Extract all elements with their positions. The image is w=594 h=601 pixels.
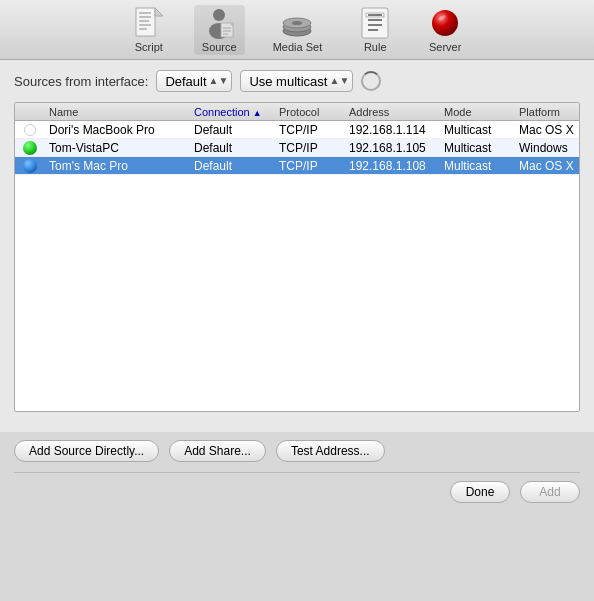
row1-connection: Default [190, 123, 275, 137]
source-icon [203, 7, 235, 39]
sort-arrow-connection: ▲ [253, 108, 262, 118]
row1-name: Dori's MacBook Pro [45, 123, 190, 137]
row1-status-dot [24, 124, 36, 136]
server-label: Server [429, 41, 461, 53]
col-header-platform[interactable]: Platform [515, 106, 580, 118]
row3-address: 192.168.1.108 [345, 159, 440, 173]
col-header-connection[interactable]: Connection ▲ [190, 106, 275, 118]
row3-status [15, 159, 45, 173]
row1-protocol: TCP/IP [275, 123, 345, 137]
test-address-button[interactable]: Test Address... [276, 440, 385, 462]
main-content: Sources from interface: Default ▲▼ Use m… [0, 60, 594, 432]
rule-label: Rule [364, 41, 387, 53]
table-header: Name Connection ▲ Protocol Address Mode … [15, 103, 579, 121]
row3-connection: Default [190, 159, 275, 173]
row2-name: Tom-VistaPC [45, 141, 190, 155]
row3-protocol: TCP/IP [275, 159, 345, 173]
row2-address: 192.168.1.105 [345, 141, 440, 155]
row3-status-dot [23, 159, 37, 173]
multicast-select[interactable]: Use multicast [240, 70, 353, 92]
multicast-select-wrapper: Use multicast ▲▼ [240, 70, 353, 92]
row1-mode: Multicast [440, 123, 515, 137]
interface-row: Sources from interface: Default ▲▼ Use m… [14, 70, 580, 92]
add-share-button[interactable]: Add Share... [169, 440, 266, 462]
table-row[interactable]: Dori's MacBook Pro Default TCP/IP 192.16… [15, 121, 579, 139]
toolbar-mediaset[interactable]: Media Set [265, 5, 331, 55]
row2-platform: Windows [515, 141, 579, 155]
row3-mode: Multicast [440, 159, 515, 173]
mediaset-icon [281, 7, 313, 39]
row2-mode: Multicast [440, 141, 515, 155]
table-row[interactable]: Tom-VistaPC Default TCP/IP 192.168.1.105… [15, 139, 579, 157]
col-header-mode[interactable]: Mode [440, 106, 515, 118]
interface-select[interactable]: Default [156, 70, 232, 92]
col-header-address[interactable]: Address [345, 106, 440, 118]
svg-rect-18 [362, 8, 388, 38]
default-select-wrapper: Default ▲▼ [156, 70, 232, 92]
toolbar-script[interactable]: Script [124, 5, 174, 55]
row1-platform: Mac OS X [515, 123, 579, 137]
source-buttons-row: Add Source Directly... Add Share... Test… [14, 440, 580, 462]
sources-table: Name Connection ▲ Protocol Address Mode … [14, 102, 580, 412]
action-row: Done Add [14, 481, 580, 503]
svg-marker-1 [155, 8, 163, 16]
row1-status [15, 124, 45, 136]
toolbar-server[interactable]: Server [420, 5, 470, 55]
row2-status [15, 141, 45, 155]
rule-icon [359, 7, 391, 39]
toolbar: Script Source [0, 0, 594, 60]
row2-connection: Default [190, 141, 275, 155]
table-row[interactable]: Tom's Mac Pro Default TCP/IP 192.168.1.1… [15, 157, 579, 175]
row2-status-dot [23, 141, 37, 155]
mediaset-label: Media Set [273, 41, 323, 53]
table-body: Dori's MacBook Pro Default TCP/IP 192.16… [15, 121, 579, 411]
script-icon [133, 7, 165, 39]
script-label: Script [135, 41, 163, 53]
col-header-name[interactable]: Name [45, 106, 190, 118]
source-label: Source [202, 41, 237, 53]
toolbar-rule[interactable]: Rule [350, 5, 400, 55]
svg-point-7 [213, 9, 225, 21]
loading-spinner [361, 71, 381, 91]
row1-address: 192.168.1.114 [345, 123, 440, 137]
add-source-directly-button[interactable]: Add Source Directly... [14, 440, 159, 462]
server-icon [429, 7, 461, 39]
row3-platform: Mac OS X [515, 159, 579, 173]
row3-name: Tom's Mac Pro [45, 159, 190, 173]
toolbar-source[interactable]: Source [194, 5, 245, 55]
col-header-protocol[interactable]: Protocol [275, 106, 345, 118]
add-button[interactable]: Add [520, 481, 580, 503]
svg-point-17 [292, 21, 302, 25]
svg-rect-0 [136, 8, 155, 36]
bottom-divider [14, 472, 580, 473]
interface-label: Sources from interface: [14, 74, 148, 89]
row2-protocol: TCP/IP [275, 141, 345, 155]
svg-point-24 [432, 10, 458, 36]
bottom-area: Add Source Directly... Add Share... Test… [0, 432, 594, 503]
done-button[interactable]: Done [450, 481, 510, 503]
